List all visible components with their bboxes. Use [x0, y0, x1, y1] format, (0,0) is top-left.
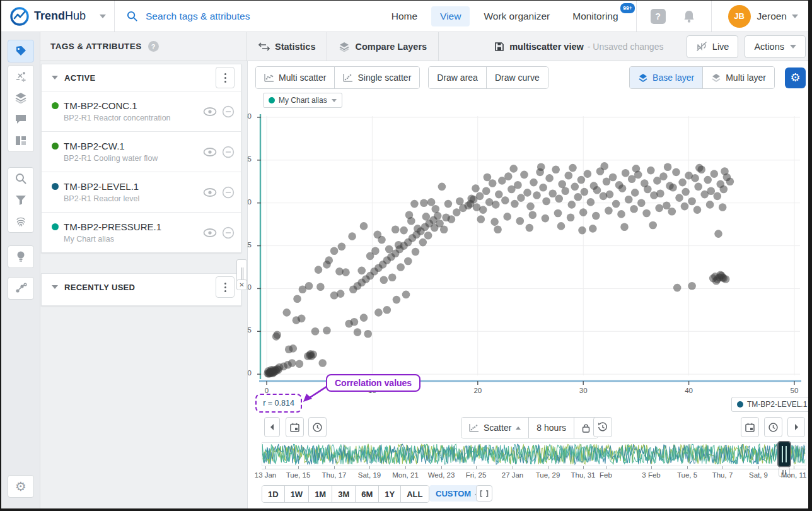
remove-tag-icon[interactable] [222, 146, 235, 158]
notifications-bell-icon[interactable] [682, 9, 696, 24]
statistics-tab[interactable]: Statistics [247, 32, 327, 61]
dashboard-icon[interactable] [8, 130, 33, 151]
search-tool-icon[interactable] [8, 168, 33, 189]
history-icon [598, 422, 608, 432]
visibility-eye-icon[interactable] [203, 107, 217, 116]
scatter-point [565, 172, 573, 180]
calendar-button[interactable] [286, 417, 304, 437]
panel-close-button[interactable]: ✕ [236, 279, 247, 290]
visibility-eye-icon[interactable] [203, 148, 217, 156]
arrow-right-icon [794, 424, 799, 430]
remove-tag-icon[interactable] [222, 186, 235, 199]
draw-area-button[interactable]: Draw area [429, 67, 486, 88]
panel-help-icon[interactable]: ? [148, 41, 159, 52]
actions-button[interactable]: Actions [745, 35, 806, 58]
timeline-back-button[interactable] [264, 417, 280, 437]
scatter-point [656, 190, 664, 198]
range-1w-button[interactable]: 1W [284, 486, 309, 502]
rail-settings[interactable]: ⚙ [8, 475, 34, 498]
nav-divider [711, 1, 712, 32]
scatter-point [612, 200, 620, 208]
user-menu-caret-icon[interactable] [792, 15, 798, 18]
tag-row-pressure[interactable]: TM-BP2-PRESSURE.1 My Chart alias [42, 212, 241, 252]
single-scatter-button[interactable]: Single scatter [334, 67, 419, 88]
range-3m-button[interactable]: 3M [332, 486, 355, 502]
remove-tag-icon[interactable] [222, 105, 235, 118]
scatter-point [489, 179, 497, 187]
recently-used-menu-kebab[interactable] [216, 276, 235, 298]
timeline-date-label: Tue, 5 [677, 471, 697, 479]
x-axis-series-selector[interactable]: TM-BP2-LEVEL.1 [731, 397, 812, 412]
live-button[interactable]: Live [687, 35, 739, 58]
comment-icon[interactable] [8, 109, 33, 130]
multi-layer-button[interactable]: Multi layer [702, 67, 774, 88]
range-1d-button[interactable]: 1D [262, 486, 284, 502]
nav-home[interactable]: Home [383, 6, 426, 26]
rail-suggestions[interactable] [8, 245, 34, 268]
scatter-point [514, 181, 522, 189]
rail-recommendations[interactable] [8, 277, 34, 300]
scatter-point [351, 318, 359, 326]
scatter-point [374, 308, 383, 317]
tag-row-cw[interactable]: TM-BP2-CW.1 BP2-R1 Cooling water flow [42, 131, 241, 172]
scatter-point [552, 166, 560, 174]
scatter-point [424, 232, 432, 240]
compare-layers-tab[interactable]: Compare Layers [327, 32, 439, 61]
scatter-point [558, 180, 566, 189]
multi-scatter-button[interactable]: Multi scatter [256, 67, 334, 88]
save-icon[interactable] [494, 42, 504, 52]
formulas-icon[interactable] [8, 66, 33, 87]
fingerprint-icon[interactable] [8, 211, 33, 232]
scatter-point [472, 184, 480, 192]
collapse-caret-icon[interactable] [52, 285, 58, 289]
search-input[interactable] [144, 10, 283, 23]
nav-monitoring[interactable]: Monitoring 99+ [564, 6, 627, 26]
active-menu-kebab[interactable] [216, 67, 235, 88]
primary-nav: Home View Work organizer Monitoring 99+ … [380, 1, 808, 32]
user-avatar[interactable]: JB [728, 5, 751, 28]
scatter-point [664, 163, 672, 171]
tag-row-level[interactable]: TM-BP2-LEVEL.1 BP2-R1 Reactor level [42, 172, 241, 212]
range-1m-button[interactable]: 1M [308, 486, 332, 502]
collapse-caret-icon[interactable] [52, 76, 58, 79]
scatter-point [476, 192, 484, 201]
nav-view[interactable]: View [431, 6, 470, 26]
layers-icon[interactable] [8, 87, 33, 109]
expand-range-button[interactable] [476, 485, 492, 502]
brand-logo[interactable]: TrendHub [1, 1, 115, 32]
chart-type-dropdown[interactable]: Scatter [461, 418, 528, 438]
scatter-point [691, 174, 699, 182]
user-name[interactable]: Jeroen [757, 11, 787, 22]
range-6m-button[interactable]: 6M [355, 486, 378, 502]
time-button[interactable] [308, 417, 327, 437]
visibility-eye-icon[interactable] [203, 228, 217, 237]
nav-work-organizer[interactable]: Work organizer [475, 6, 559, 26]
scatter-point [710, 170, 719, 178]
visibility-eye-icon[interactable] [203, 188, 217, 197]
help-icon[interactable]: ? [651, 9, 666, 24]
timeline-forward-button[interactable] [787, 417, 805, 437]
rail-tags[interactable] [8, 40, 34, 62]
remove-tag-icon[interactable] [222, 226, 235, 239]
scatter-plot[interactable] [254, 112, 804, 389]
timeline-date-label: Sat, 9 [749, 471, 768, 479]
range-all-button[interactable]: ALL [400, 486, 428, 502]
range-1y-button[interactable]: 1Y [378, 486, 400, 502]
tag-row-conc[interactable]: TM-BP2-CONC.1 BP2-R1 Reactor concentrati… [42, 91, 241, 131]
context-timeline[interactable] [262, 442, 806, 466]
history-button[interactable] [593, 417, 612, 437]
scatter-point [644, 185, 652, 194]
base-layer-button[interactable]: Base layer [630, 67, 702, 88]
duration-field[interactable]: 8 hours [528, 418, 574, 438]
calendar-button-right[interactable] [741, 417, 759, 437]
time-button-right[interactable] [764, 417, 782, 437]
tag-color-dot [52, 143, 59, 150]
panel-header: TAGS & ATTRIBUTES ? [40, 32, 247, 61]
draw-curve-button[interactable]: Draw curve [486, 67, 548, 88]
filter-icon[interactable] [8, 189, 33, 211]
y-axis-series-selector[interactable]: My Chart alias [263, 93, 342, 108]
brand-caret-icon[interactable] [100, 15, 106, 18]
chart-settings-button[interactable]: ⚙ [785, 68, 806, 88]
timeline-selection-handle[interactable] [777, 441, 791, 467]
scatter-point [655, 204, 663, 213]
